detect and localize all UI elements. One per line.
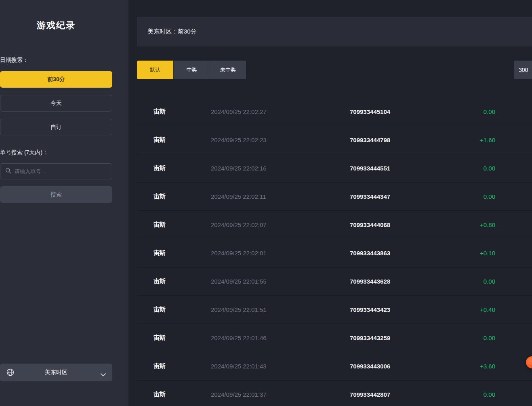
table-row[interactable]: 宙斯 2024/09/25 22:02:11 709933444347 0.00… [137,183,532,211]
amount-value: 0.00 [447,193,495,200]
order-number: 709933443628 [350,278,447,285]
filter-summary-bar: 美东时区：前30分 [137,17,532,46]
game-name: 宙斯 [154,164,211,172]
amount-value: +0.40 [447,306,495,313]
record-time: 2024/09/25 22:02:07 [211,221,350,228]
table-row[interactable]: 宙斯 2024/09/25 22:02:07 709933444068 +0.8… [137,211,532,239]
amount-value: 0.00 [447,278,495,285]
game-name: 宙斯 [154,136,211,144]
table-row[interactable]: 宙斯 2024/09/25 22:02:16 709933444551 0.00… [137,154,532,183]
date-filter-last30min-button[interactable]: 前30分 [0,71,112,88]
records-table: 宙斯 2024/09/25 22:02:27 709933445104 0.00… [137,94,532,406]
sidebar: 游戏纪录 日期搜索： 前30分 今天 自订 单号搜索 (7天内)： 搜索 [0,0,128,406]
table-row[interactable]: 宙斯 2024/09/25 22:01:37 709933442807 0.00… [137,381,532,406]
game-name: 宙斯 [154,334,211,342]
record-time: 2024/09/25 22:02:27 [211,108,350,115]
filter-summary-text: 美东时区：前30分 [147,28,197,36]
amount-value: 0.00 [447,334,495,341]
date-filter-today-button[interactable]: 今天 [0,95,112,111]
order-number: 709933445104 [350,108,447,115]
record-time: 2024/09/25 22:01:43 [211,363,350,370]
amount-value: +1.60 [447,137,495,143]
record-time: 2024/09/25 22:02:23 [211,137,350,143]
game-name: 宙斯 [154,249,211,257]
amount-value: +0.80 [447,221,495,228]
order-number: 709933444551 [350,165,447,172]
record-time: 2024/09/25 22:02:16 [211,165,350,172]
record-time: 2024/09/25 22:01:46 [211,334,350,341]
record-time: 2024/09/25 22:01:51 [211,306,350,313]
table-row[interactable]: 宙斯 2024/09/25 22:02:01 709933443863 +0.1… [137,239,532,267]
record-time: 2024/09/25 22:01:55 [211,278,350,285]
date-filter-custom-button[interactable]: 自订 [0,119,112,135]
game-name: 宙斯 [154,221,211,229]
table-row[interactable]: 宙斯 2024/09/25 22:02:27 709933445104 0.00… [137,98,532,126]
timezone-label: 美东时区 [45,369,67,376]
order-search-box [0,163,112,179]
page-size-button[interactable]: 300 [514,61,532,79]
record-time: 2024/09/25 22:02:01 [211,250,350,257]
tab-won[interactable]: 中奖 [173,61,210,79]
timezone-selector[interactable]: 美东时区 [0,364,112,381]
order-search-input[interactable] [15,168,103,175]
game-name: 宙斯 [154,193,211,200]
table-row[interactable]: 宙斯 2024/09/25 22:01:43 709933443006 +3.6… [137,352,532,381]
table-row[interactable]: 宙斯 2024/09/25 22:01:55 709933443628 0.00… [137,267,532,296]
main-content: 美东时区：前30分 默认 中奖 未中奖 300 宙斯 2024/09/25 22… [128,0,532,406]
order-number: 709933442807 [350,391,447,398]
search-button[interactable]: 搜索 [0,186,112,203]
chevron-down-icon [101,371,106,378]
game-name: 宙斯 [154,108,211,116]
page-title: 游戏纪录 [0,19,112,32]
date-search-label: 日期搜索： [0,57,112,64]
game-name: 宙斯 [154,391,211,398]
order-number: 709933444068 [350,221,447,228]
tab-not-won[interactable]: 未中奖 [210,61,246,79]
order-number: 709933443863 [350,250,447,257]
order-number: 709933443006 [350,363,447,370]
amount-value: 0.00 [447,391,495,398]
game-name: 宙斯 [154,306,211,313]
order-search-label: 单号搜索 (7天内)： [0,149,112,156]
amount-value: 0.00 [447,108,495,115]
tab-default[interactable]: 默认 [137,61,173,79]
table-row[interactable]: 宙斯 2024/09/25 22:01:51 709933443423 +0.4… [137,296,532,324]
search-icon [5,168,11,175]
order-number: 709933443259 [350,334,447,341]
amount-value: +3.60 [447,363,495,370]
order-number: 709933443423 [350,306,447,313]
app: 游戏纪录 日期搜索： 前30分 今天 自订 单号搜索 (7天内)： 搜索 [0,0,532,406]
table-row[interactable]: 宙斯 2024/09/25 22:02:23 709933444798 +1.6… [137,126,532,154]
game-name: 宙斯 [154,278,211,285]
amount-value: +0.10 [447,250,495,257]
table-row[interactable]: 宙斯 2024/09/25 22:01:46 709933443259 0.00… [137,324,532,352]
game-name: 宙斯 [154,362,211,370]
result-tabs: 默认 中奖 未中奖 300 [137,61,532,79]
record-time: 2024/09/25 22:01:37 [211,391,350,398]
globe-icon [6,368,14,378]
order-number: 709933444347 [350,193,447,200]
amount-value: 0.00 [447,165,495,172]
record-time: 2024/09/25 22:02:11 [211,193,350,200]
order-number: 709933444798 [350,137,447,143]
